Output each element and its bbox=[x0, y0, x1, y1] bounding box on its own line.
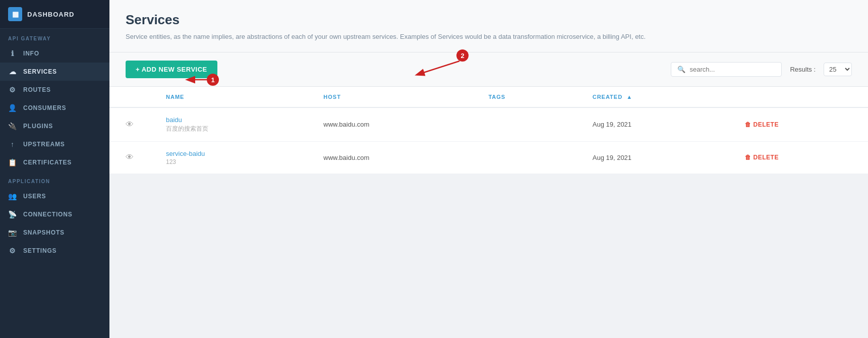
col-eye bbox=[109, 87, 150, 107]
sidebar-item-label-connections: CONNECTIONS bbox=[23, 211, 72, 218]
host-cell-0: www.baidu.com bbox=[307, 107, 472, 142]
sidebar-item-label-upstreams: UPSTREAMS bbox=[23, 141, 65, 148]
table-row: 👁 service-baidu 123 www.baidu.comAug 19,… bbox=[109, 141, 868, 174]
main-content: Services Service entities, as the name i… bbox=[109, 0, 868, 174]
sidebar-item-upstreams[interactable]: ↑UPSTREAMS bbox=[0, 135, 109, 153]
content-area: Services Service entities, as the name i… bbox=[109, 0, 868, 174]
sidebar-item-certificates[interactable]: 📋CERTIFICATES bbox=[0, 153, 109, 172]
sidebar-item-snapshots[interactable]: 📷SNAPSHOTS bbox=[0, 223, 109, 242]
col-actions bbox=[729, 87, 868, 107]
sidebar-item-consumers[interactable]: 👤CONSUMERS bbox=[0, 99, 109, 117]
sidebar-logo[interactable]: ▦ DASHBOARD bbox=[0, 0, 109, 29]
sidebar-item-label-consumers: CONSUMERS bbox=[23, 104, 66, 111]
sidebar-item-settings[interactable]: ⚙SETTINGS bbox=[0, 242, 109, 260]
created-cell-1: Aug 19, 2021 bbox=[576, 141, 729, 174]
sidebar-section-label: API GATEWAY bbox=[0, 29, 109, 44]
info-icon: ℹ bbox=[8, 49, 17, 58]
table-header: NAME HOST TAGS CREATED ▲ bbox=[109, 87, 868, 107]
dashboard-label: DASHBOARD bbox=[27, 11, 75, 18]
tags-cell-0 bbox=[472, 107, 576, 142]
page-title: Services bbox=[126, 12, 852, 28]
sidebar-item-label-settings: SETTINGS bbox=[23, 247, 56, 254]
dashboard-icon: ▦ bbox=[8, 7, 22, 21]
search-wrapper: 🔍 bbox=[671, 62, 782, 77]
services-table: NAME HOST TAGS CREATED ▲ 👁 baidu 百度的搜索首页… bbox=[109, 87, 868, 174]
host-cell-1: www.baidu.com bbox=[307, 141, 472, 174]
name-cell-1: service-baidu 123 bbox=[150, 141, 307, 174]
sidebar-item-info[interactable]: ℹINFO bbox=[0, 44, 109, 63]
delete-cell-1: 🗑 DELETE bbox=[729, 141, 868, 174]
sidebar-item-label-plugins: PLUGINS bbox=[23, 123, 53, 130]
add-new-service-button[interactable]: + ADD NEW SERVICE bbox=[126, 61, 217, 78]
routes-icon: ⚙ bbox=[8, 86, 17, 94]
delete-button-1[interactable]: 🗑 DELETE bbox=[745, 154, 779, 161]
sidebar-item-label-certificates: CERTIFICATES bbox=[23, 159, 72, 166]
service-desc-1: 123 bbox=[166, 158, 291, 165]
snapshots-icon: 📷 bbox=[8, 229, 17, 237]
col-tags: TAGS bbox=[472, 87, 576, 107]
tags-cell-1 bbox=[472, 141, 576, 174]
delete-button-0[interactable]: 🗑 DELETE bbox=[745, 121, 779, 128]
upstreams-icon: ↑ bbox=[8, 140, 17, 148]
table-row: 👁 baidu 百度的搜索首页 www.baidu.comAug 19, 202… bbox=[109, 107, 868, 142]
search-input[interactable] bbox=[689, 66, 775, 73]
eye-cell-0: 👁 bbox=[109, 107, 150, 142]
results-per-page-select[interactable]: 25 50 100 bbox=[824, 63, 852, 76]
page-description: Service entities, as the name implies, a… bbox=[126, 32, 852, 42]
sidebar-item-label-info: INFO bbox=[23, 50, 39, 57]
sidebar-item-label-users: USERS bbox=[23, 193, 46, 200]
sidebar-item-plugins[interactable]: 🔌PLUGINS bbox=[0, 117, 109, 135]
col-host: HOST bbox=[307, 87, 472, 107]
settings-icon: ⚙ bbox=[8, 247, 17, 255]
col-name: NAME bbox=[150, 87, 307, 107]
col-created[interactable]: CREATED ▲ bbox=[576, 87, 729, 107]
sidebar-item-label-snapshots: SNAPSHOTS bbox=[23, 229, 65, 236]
main-wrapper: Services Service entities, as the name i… bbox=[109, 0, 868, 338]
consumers-icon: 👤 bbox=[8, 104, 17, 112]
service-desc-0: 百度的搜索首页 bbox=[166, 125, 291, 133]
toolbar: + ADD NEW SERVICE 🔍 Results : 25 50 100 bbox=[109, 52, 868, 87]
sidebar-nav: API GATEWAYℹINFO☁SERVICES⚙ROUTES👤CONSUME… bbox=[0, 29, 109, 260]
plugins-icon: 🔌 bbox=[8, 122, 17, 130]
delete-cell-0: 🗑 DELETE bbox=[729, 107, 868, 142]
sidebar-item-label-services: SERVICES bbox=[23, 68, 57, 75]
eye-cell-1: 👁 bbox=[109, 141, 150, 174]
service-link-0[interactable]: baidu bbox=[166, 116, 291, 124]
services-table-container: NAME HOST TAGS CREATED ▲ 👁 baidu 百度的搜索首页… bbox=[109, 87, 868, 174]
page-header: Services Service entities, as the name i… bbox=[109, 0, 868, 52]
results-label: Results : bbox=[790, 66, 816, 73]
sidebar-item-routes[interactable]: ⚙ROUTES bbox=[0, 81, 109, 99]
eye-icon[interactable]: 👁 bbox=[126, 120, 134, 129]
sidebar-item-services[interactable]: ☁SERVICES bbox=[0, 63, 109, 81]
sidebar: ▦ DASHBOARD API GATEWAYℹINFO☁SERVICES⚙RO… bbox=[0, 0, 109, 338]
sidebar-item-label-routes: ROUTES bbox=[23, 86, 51, 93]
sidebar-item-connections[interactable]: 📡CONNECTIONS bbox=[0, 205, 109, 223]
table-body: 👁 baidu 百度的搜索首页 www.baidu.comAug 19, 202… bbox=[109, 107, 868, 174]
sidebar-item-users[interactable]: 👥USERS bbox=[0, 187, 109, 205]
certificates-icon: 📋 bbox=[8, 158, 17, 166]
search-icon: 🔍 bbox=[677, 66, 685, 73]
sidebar-section-label: APPLICATION bbox=[0, 172, 109, 187]
created-cell-0: Aug 19, 2021 bbox=[576, 107, 729, 142]
services-icon: ☁ bbox=[8, 68, 17, 76]
users-icon: 👥 bbox=[8, 192, 17, 200]
service-link-1[interactable]: service-baidu bbox=[166, 150, 291, 157]
connections-icon: 📡 bbox=[8, 210, 17, 218]
eye-icon[interactable]: 👁 bbox=[126, 153, 134, 161]
name-cell-0: baidu 百度的搜索首页 bbox=[150, 107, 307, 142]
